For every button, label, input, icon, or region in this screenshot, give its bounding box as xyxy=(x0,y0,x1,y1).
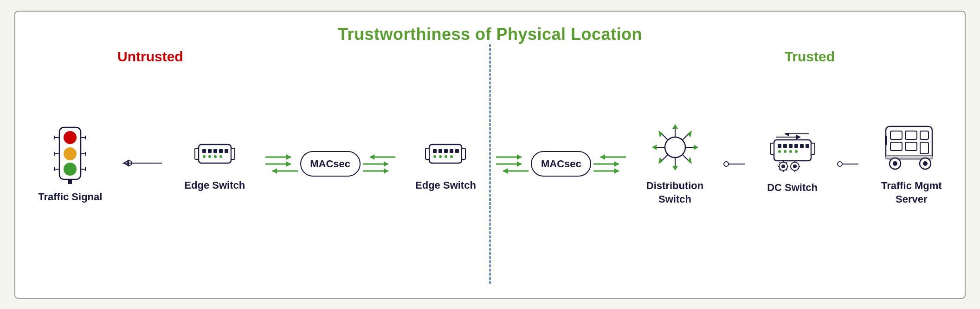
svg-point-133 xyxy=(923,161,928,166)
zone-divider xyxy=(490,44,491,284)
svg-rect-31 xyxy=(231,148,235,159)
svg-rect-89 xyxy=(783,144,787,148)
svg-line-107 xyxy=(786,169,787,171)
svg-marker-82 xyxy=(658,131,663,138)
svg-rect-88 xyxy=(778,144,781,148)
edge-switch-1-label: Edge Switch xyxy=(184,179,245,192)
svg-point-97 xyxy=(795,150,798,153)
macsec-pill-1: MACsec xyxy=(300,151,361,177)
svg-point-120 xyxy=(838,162,842,166)
svg-marker-76 xyxy=(694,145,698,150)
svg-point-13 xyxy=(64,131,77,144)
svg-rect-25 xyxy=(225,149,228,153)
svg-marker-59 xyxy=(517,161,522,167)
svg-rect-92 xyxy=(800,144,804,148)
svg-point-53 xyxy=(450,155,453,158)
svg-rect-24 xyxy=(219,149,223,153)
svg-rect-30 xyxy=(195,148,199,159)
svg-marker-84 xyxy=(658,157,663,164)
svg-line-106 xyxy=(780,162,780,164)
device-edge-switch-2: Edge Switch xyxy=(415,135,476,192)
svg-marker-70 xyxy=(672,124,678,129)
svg-rect-55 xyxy=(462,148,465,159)
svg-line-108 xyxy=(786,162,787,164)
svg-rect-91 xyxy=(794,144,798,148)
untrusted-label: Untrusted xyxy=(117,49,183,65)
svg-rect-45 xyxy=(433,149,437,153)
svg-rect-16 xyxy=(68,179,72,184)
diagram-body: Untrusted Trusted xyxy=(15,44,965,284)
svg-marker-63 xyxy=(600,154,605,160)
traffic-signal-icon xyxy=(54,124,86,184)
svg-marker-35 xyxy=(286,161,291,167)
svg-rect-44 xyxy=(429,145,462,163)
edge-switch-1-icon xyxy=(194,135,236,172)
svg-rect-99 xyxy=(811,143,815,154)
svg-marker-43 xyxy=(384,168,388,174)
svg-point-28 xyxy=(214,155,217,158)
svg-rect-93 xyxy=(806,144,809,148)
svg-point-94 xyxy=(778,150,781,153)
svg-marker-39 xyxy=(370,154,374,160)
svg-rect-46 xyxy=(438,149,442,153)
edge-switch-2-icon xyxy=(425,135,466,172)
svg-point-51 xyxy=(439,155,442,158)
svg-marker-80 xyxy=(688,157,692,164)
svg-point-15 xyxy=(64,163,77,176)
svg-point-101 xyxy=(781,164,785,168)
macsec-pill-2: MACsec xyxy=(531,151,591,177)
diagram-container: Trustworthiness of Physical Location Unt… xyxy=(14,11,966,299)
svg-rect-47 xyxy=(444,149,448,153)
traffic-signal-label: Traffic Signal xyxy=(38,191,102,204)
diagram-title: Trustworthiness of Physical Location xyxy=(15,12,965,44)
traffic-mgmt-server-label: Traffic MgmtServer xyxy=(881,179,942,206)
device-dc-switch: DC Switch xyxy=(767,133,818,195)
distribution-switch-label: DistributionSwitch xyxy=(646,179,703,206)
svg-point-96 xyxy=(789,150,792,153)
macsec-2-group: MACsec xyxy=(494,148,628,180)
svg-rect-48 xyxy=(450,149,453,153)
connector-dc-tm xyxy=(835,155,863,173)
svg-marker-41 xyxy=(384,161,388,167)
svg-point-52 xyxy=(445,155,447,158)
arrow-ts-es1 xyxy=(120,154,167,174)
svg-rect-20 xyxy=(199,145,231,163)
svg-marker-119 xyxy=(784,133,789,136)
device-traffic-mgmt-server: Traffic MgmtServer xyxy=(881,122,942,206)
svg-rect-21 xyxy=(202,149,206,153)
svg-rect-90 xyxy=(789,144,793,148)
svg-marker-67 xyxy=(614,168,619,174)
svg-marker-33 xyxy=(286,154,291,160)
svg-point-26 xyxy=(203,155,206,158)
svg-marker-65 xyxy=(614,161,619,167)
svg-rect-134 xyxy=(885,136,887,145)
dc-switch-icon xyxy=(769,133,816,175)
trusted-label: Trusted xyxy=(785,49,835,65)
svg-marker-57 xyxy=(517,154,522,160)
svg-point-131 xyxy=(893,161,897,166)
svg-rect-49 xyxy=(455,149,459,153)
svg-marker-37 xyxy=(272,168,277,174)
svg-point-27 xyxy=(208,155,211,158)
svg-point-14 xyxy=(64,147,77,160)
svg-rect-23 xyxy=(213,149,217,153)
edge-switch-2-label: Edge Switch xyxy=(415,179,476,192)
svg-point-50 xyxy=(433,155,436,158)
svg-rect-54 xyxy=(426,148,429,159)
svg-marker-61 xyxy=(503,168,508,174)
macsec-1-group: MACsec xyxy=(263,148,398,180)
svg-rect-98 xyxy=(770,143,774,154)
svg-marker-74 xyxy=(652,145,657,150)
svg-marker-78 xyxy=(688,131,692,138)
svg-rect-22 xyxy=(208,149,212,153)
svg-point-29 xyxy=(219,155,222,158)
svg-point-85 xyxy=(724,162,729,166)
distribution-switch-icon xyxy=(650,122,701,173)
device-edge-switch-1: Edge Switch xyxy=(184,135,245,192)
svg-point-111 xyxy=(793,164,797,168)
device-distribution-switch: DistributionSwitch xyxy=(646,122,703,206)
svg-point-95 xyxy=(784,150,787,153)
dc-switch-label: DC Switch xyxy=(767,181,818,195)
svg-marker-117 xyxy=(796,135,801,139)
traffic-mgmt-server-icon xyxy=(881,122,941,173)
